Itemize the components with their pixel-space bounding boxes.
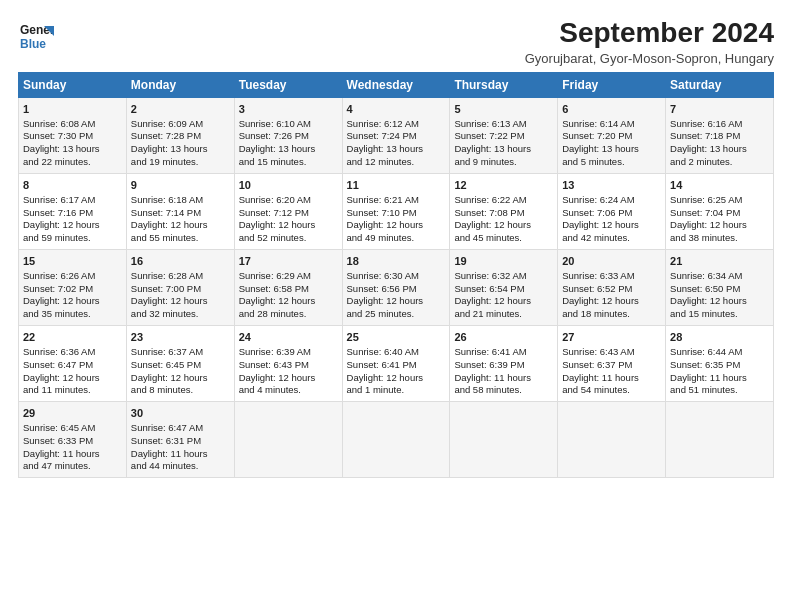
calendar-cell: 9Sunrise: 6:18 AMSunset: 7:14 PMDaylight… (126, 173, 234, 249)
cell-line: Daylight: 12 hours (347, 219, 446, 232)
cell-line: and 18 minutes. (562, 308, 661, 321)
cell-line: Sunset: 7:10 PM (347, 207, 446, 220)
cell-line: Sunset: 7:24 PM (347, 130, 446, 143)
cell-line: and 19 minutes. (131, 156, 230, 169)
cell-line: Sunset: 6:56 PM (347, 283, 446, 296)
cell-line: Daylight: 12 hours (239, 372, 338, 385)
cell-line: Sunset: 6:35 PM (670, 359, 769, 372)
cell-line: Sunset: 6:39 PM (454, 359, 553, 372)
subtitle: Gyorujbarat, Gyor-Moson-Sopron, Hungary (525, 51, 774, 66)
cell-line: Sunrise: 6:25 AM (670, 194, 769, 207)
cell-line: Daylight: 12 hours (23, 219, 122, 232)
cell-line: Sunrise: 6:12 AM (347, 118, 446, 131)
calendar-cell: 16Sunrise: 6:28 AMSunset: 7:00 PMDayligh… (126, 249, 234, 325)
cell-line: and 15 minutes. (670, 308, 769, 321)
week-row-4: 29Sunrise: 6:45 AMSunset: 6:33 PMDayligh… (19, 402, 774, 478)
cell-line: and 49 minutes. (347, 232, 446, 245)
cell-line: and 58 minutes. (454, 384, 553, 397)
calendar-cell (558, 402, 666, 478)
calendar-cell: 23Sunrise: 6:37 AMSunset: 6:45 PMDayligh… (126, 326, 234, 402)
cell-line: Sunset: 7:02 PM (23, 283, 122, 296)
cell-line: Sunrise: 6:47 AM (131, 422, 230, 435)
day-number: 29 (23, 406, 122, 421)
day-number: 20 (562, 254, 661, 269)
col-header-thursday: Thursday (450, 72, 558, 97)
calendar-cell: 28Sunrise: 6:44 AMSunset: 6:35 PMDayligh… (666, 326, 774, 402)
cell-line: Daylight: 12 hours (23, 295, 122, 308)
cell-line: Sunset: 7:12 PM (239, 207, 338, 220)
calendar-cell: 18Sunrise: 6:30 AMSunset: 6:56 PMDayligh… (342, 249, 450, 325)
day-number: 18 (347, 254, 446, 269)
calendar-cell: 19Sunrise: 6:32 AMSunset: 6:54 PMDayligh… (450, 249, 558, 325)
cell-line: Sunrise: 6:34 AM (670, 270, 769, 283)
day-number: 11 (347, 178, 446, 193)
cell-line: Daylight: 13 hours (562, 143, 661, 156)
cell-line: Sunrise: 6:39 AM (239, 346, 338, 359)
cell-line: and 5 minutes. (562, 156, 661, 169)
cell-line: Sunrise: 6:36 AM (23, 346, 122, 359)
cell-line: and 12 minutes. (347, 156, 446, 169)
calendar-table: SundayMondayTuesdayWednesdayThursdayFrid… (18, 72, 774, 478)
cell-line: Sunrise: 6:20 AM (239, 194, 338, 207)
cell-line: Sunset: 6:37 PM (562, 359, 661, 372)
cell-line: Daylight: 12 hours (239, 219, 338, 232)
cell-line: Sunrise: 6:10 AM (239, 118, 338, 131)
day-number: 21 (670, 254, 769, 269)
day-number: 9 (131, 178, 230, 193)
cell-line: and 21 minutes. (454, 308, 553, 321)
calendar-cell (234, 402, 342, 478)
calendar-cell: 8Sunrise: 6:17 AMSunset: 7:16 PMDaylight… (19, 173, 127, 249)
cell-line: Sunrise: 6:08 AM (23, 118, 122, 131)
cell-line: Sunrise: 6:29 AM (239, 270, 338, 283)
col-header-friday: Friday (558, 72, 666, 97)
logo: General Blue (18, 18, 54, 54)
day-number: 25 (347, 330, 446, 345)
day-number: 17 (239, 254, 338, 269)
calendar-cell: 17Sunrise: 6:29 AMSunset: 6:58 PMDayligh… (234, 249, 342, 325)
day-number: 15 (23, 254, 122, 269)
cell-line: and 9 minutes. (454, 156, 553, 169)
cell-line: Sunset: 7:26 PM (239, 130, 338, 143)
calendar-cell: 4Sunrise: 6:12 AMSunset: 7:24 PMDaylight… (342, 97, 450, 173)
week-row-2: 15Sunrise: 6:26 AMSunset: 7:02 PMDayligh… (19, 249, 774, 325)
cell-line: Sunset: 7:14 PM (131, 207, 230, 220)
cell-line: Sunrise: 6:09 AM (131, 118, 230, 131)
cell-line: Daylight: 11 hours (562, 372, 661, 385)
cell-line: and 35 minutes. (23, 308, 122, 321)
cell-line: and 55 minutes. (131, 232, 230, 245)
cell-line: Sunset: 7:18 PM (670, 130, 769, 143)
col-header-tuesday: Tuesday (234, 72, 342, 97)
cell-line: Sunset: 7:22 PM (454, 130, 553, 143)
cell-line: Sunset: 6:54 PM (454, 283, 553, 296)
cell-line: Daylight: 13 hours (23, 143, 122, 156)
col-header-wednesday: Wednesday (342, 72, 450, 97)
cell-line: Daylight: 12 hours (670, 295, 769, 308)
cell-line: Daylight: 12 hours (347, 372, 446, 385)
cell-line: Sunrise: 6:28 AM (131, 270, 230, 283)
calendar-cell: 10Sunrise: 6:20 AMSunset: 7:12 PMDayligh… (234, 173, 342, 249)
cell-line: and 51 minutes. (670, 384, 769, 397)
cell-line: Sunrise: 6:14 AM (562, 118, 661, 131)
cell-line: Daylight: 12 hours (454, 295, 553, 308)
cell-line: Sunset: 7:20 PM (562, 130, 661, 143)
cell-line: Sunrise: 6:13 AM (454, 118, 553, 131)
day-number: 27 (562, 330, 661, 345)
cell-line: Sunset: 6:45 PM (131, 359, 230, 372)
cell-line: Sunrise: 6:17 AM (23, 194, 122, 207)
cell-line: Sunset: 6:50 PM (670, 283, 769, 296)
cell-line: Daylight: 13 hours (347, 143, 446, 156)
cell-line: Sunset: 7:16 PM (23, 207, 122, 220)
calendar-cell: 21Sunrise: 6:34 AMSunset: 6:50 PMDayligh… (666, 249, 774, 325)
calendar-cell: 30Sunrise: 6:47 AMSunset: 6:31 PMDayligh… (126, 402, 234, 478)
week-row-3: 22Sunrise: 6:36 AMSunset: 6:47 PMDayligh… (19, 326, 774, 402)
day-number: 19 (454, 254, 553, 269)
week-row-1: 8Sunrise: 6:17 AMSunset: 7:16 PMDaylight… (19, 173, 774, 249)
cell-line: Sunrise: 6:24 AM (562, 194, 661, 207)
cell-line: Daylight: 13 hours (670, 143, 769, 156)
cell-line: and 15 minutes. (239, 156, 338, 169)
calendar-cell: 20Sunrise: 6:33 AMSunset: 6:52 PMDayligh… (558, 249, 666, 325)
main-title: September 2024 (525, 18, 774, 49)
calendar-cell: 15Sunrise: 6:26 AMSunset: 7:02 PMDayligh… (19, 249, 127, 325)
cell-line: and 59 minutes. (23, 232, 122, 245)
cell-line: Sunrise: 6:21 AM (347, 194, 446, 207)
